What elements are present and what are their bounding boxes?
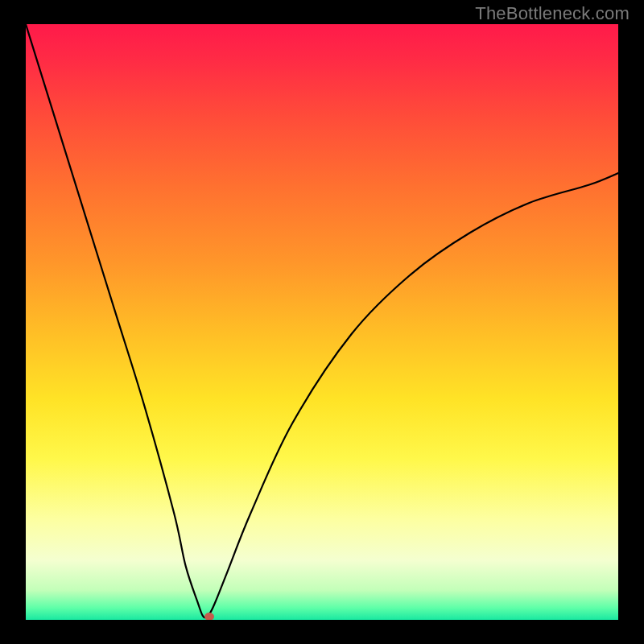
- watermark-text: TheBottleneck.com: [475, 3, 630, 24]
- bottleneck-curve: [26, 24, 618, 617]
- chart-curve-svg: [26, 24, 618, 620]
- minimum-marker: [204, 613, 214, 620]
- chart-plot-area: [26, 24, 618, 620]
